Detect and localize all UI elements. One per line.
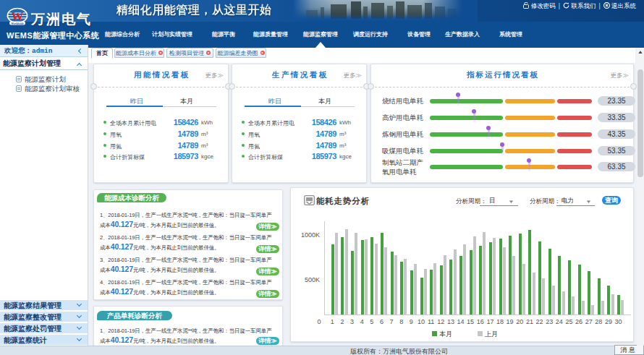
svg-text:Worldwide: Worldwide — [11, 22, 24, 25]
